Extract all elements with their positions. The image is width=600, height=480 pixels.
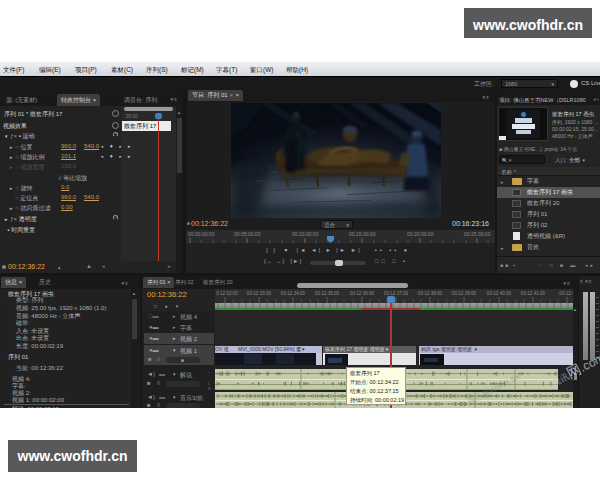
svg-text:00:12:33:00: 00:12:33:00	[247, 291, 272, 296]
svg-text:00:10:00:00: 00:10:00:00	[292, 231, 319, 237]
svg-text:00:05:00:00: 00:05:00:00	[234, 231, 261, 237]
svg-text:00:12:40:00: 00:12:40:00	[487, 291, 512, 296]
svg-text:00:12:38:00: 00:12:38:00	[418, 291, 443, 296]
svg-text:0:12:32:00: 0:12:32:00	[216, 291, 238, 296]
svg-text:00:20:00:00: 00:20:00:00	[407, 231, 434, 237]
svg-text:00:00:00:00: 00:00:00:00	[188, 231, 215, 237]
svg-text:00:12:41:00: 00:12:41:00	[521, 291, 546, 296]
svg-text:00:12:36:00: 00:12:36:00	[350, 291, 375, 296]
svg-text:00:12:4: 00:12:4	[559, 291, 573, 296]
svg-text:00:15:00:00: 00:15:00:00	[349, 231, 376, 237]
svg-text:00:12:34:00: 00:12:34:00	[281, 291, 306, 296]
svg-text:00:12:39:00: 00:12:39:00	[452, 291, 477, 296]
svg-text:00:12:35:00: 00:12:35:00	[315, 291, 340, 296]
svg-text:00:25:00:00: 00:25:00:00	[464, 231, 491, 237]
